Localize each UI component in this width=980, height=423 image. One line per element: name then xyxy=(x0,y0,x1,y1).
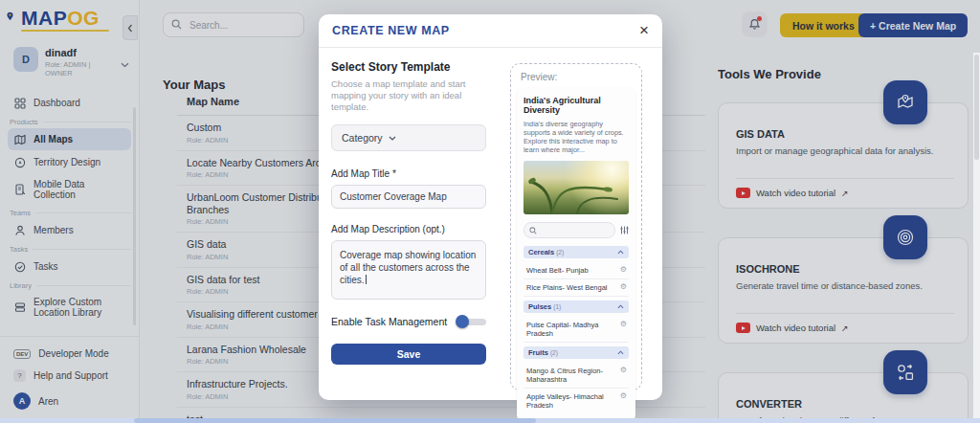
item-label: Rice Plains- West Bengal xyxy=(526,283,611,292)
preview-list-item[interactable]: Apple Valleys- Himachal Pradesh⚙ xyxy=(523,389,629,413)
create-new-map-modal: CREATE NEW MAP × Select Story Template C… xyxy=(319,14,662,400)
item-label: Wheat Belt- Punjab xyxy=(526,266,611,275)
preview-search-row xyxy=(523,222,629,238)
preview-card: India's Agricultural Diversity India's d… xyxy=(517,88,635,421)
item-label: Apple Valleys- Himachal Pradesh xyxy=(526,392,611,410)
modal-title: CREATE NEW MAP xyxy=(332,24,450,37)
vertical-scrollbar-thumb[interactable] xyxy=(974,55,979,160)
map-description-input[interactable]: Coverage map showing location of all the… xyxy=(331,240,486,300)
preview-field-image xyxy=(523,161,629,214)
map-title-label: Add Map Title * xyxy=(331,168,486,179)
vertical-scrollbar[interactable] xyxy=(973,53,980,418)
task-management-row: Enable Task Management xyxy=(331,315,486,328)
chevron-up-icon xyxy=(617,350,624,355)
modal-form: Select Story Template Choose a map templ… xyxy=(331,60,486,365)
gear-icon[interactable]: ⚙ xyxy=(620,283,627,291)
section-count: (1) xyxy=(553,303,561,310)
section-name: Pulses (1) xyxy=(528,302,561,311)
close-icon[interactable]: × xyxy=(639,24,649,37)
preview-section-header-fruits[interactable]: Fruits (2) xyxy=(523,346,629,359)
gear-icon[interactable]: ⚙ xyxy=(620,367,627,374)
chevron-down-icon xyxy=(389,136,396,141)
section-count: (2) xyxy=(550,349,558,356)
gear-icon[interactable]: ⚙ xyxy=(620,266,627,274)
preview-label: Preview: xyxy=(521,72,635,82)
section-name: Cereals (2) xyxy=(528,248,564,256)
text-caret xyxy=(366,275,367,284)
save-button[interactable]: Save xyxy=(331,344,486,365)
preview-section-header-cereals[interactable]: Cereals (2) xyxy=(523,246,629,258)
item-label: Pulse Capital- Madhya Pradesh xyxy=(526,321,611,338)
template-preview-panel: Preview: India's Agricultural Diversity … xyxy=(510,63,642,390)
horizontal-scrollbar-thumb[interactable] xyxy=(134,418,536,423)
preview-list-item[interactable]: Pulse Capital- Madhya Pradesh⚙ xyxy=(523,317,629,343)
task-management-label: Enable Task Management xyxy=(331,316,447,327)
filter-sliders-icon[interactable] xyxy=(620,226,629,234)
gear-icon[interactable]: ⚙ xyxy=(620,321,627,328)
section-name: Fruits (2) xyxy=(528,348,558,357)
preview-card-title: India's Agricultural Diversity xyxy=(523,96,629,115)
app-window: MAPOG D dinadf Role: ADMIN | OWNER Dashb… xyxy=(0,0,980,423)
template-heading: Select Story Template xyxy=(331,60,486,74)
item-label: Mango & Citrus Region- Maharashtra xyxy=(526,367,611,384)
category-select[interactable]: Category xyxy=(331,124,486,151)
template-description: Choose a map template and start mapping … xyxy=(331,78,486,113)
map-description-label: Add Map Description (opt.) xyxy=(331,224,486,234)
preview-list-item[interactable]: Rice Plains- West Bengal⚙ xyxy=(523,279,629,297)
preview-card-description: India's diverse geography supports a wid… xyxy=(523,120,629,154)
task-management-toggle[interactable] xyxy=(456,315,486,328)
preview-section-header-pulses[interactable]: Pulses (1) xyxy=(523,301,629,313)
map-title-input[interactable] xyxy=(331,185,486,209)
preview-list-item[interactable]: Wheat Belt- Punjab⚙ xyxy=(523,262,629,279)
section-count: (2) xyxy=(556,249,564,256)
horizontal-scrollbar[interactable] xyxy=(0,418,980,423)
preview-list-item[interactable]: Mango & Citrus Region- Maharashtra⚙ xyxy=(523,363,629,389)
category-select-value: Category xyxy=(342,132,383,144)
chevron-up-icon xyxy=(617,250,624,255)
preview-search-input[interactable] xyxy=(523,222,615,238)
preview-sections: Cereals (2)Wheat Belt- Punjab⚙Rice Plain… xyxy=(523,246,629,413)
chevron-up-icon xyxy=(617,304,624,309)
search-icon xyxy=(529,227,537,234)
modal-header: CREATE NEW MAP × xyxy=(319,14,662,48)
toggle-knob xyxy=(456,315,469,328)
gear-icon[interactable]: ⚙ xyxy=(620,392,627,400)
